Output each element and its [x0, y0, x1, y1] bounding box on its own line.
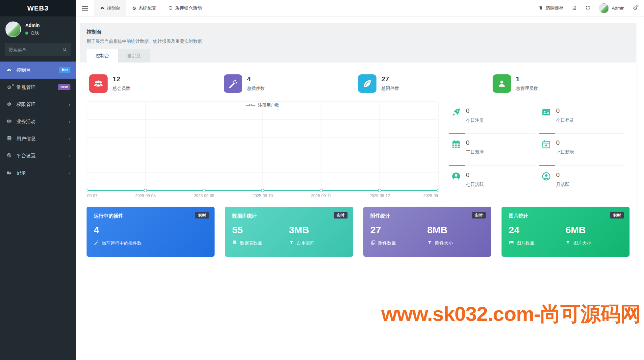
topbar: 控制台 ⚙ 系统配置 质押锁仓活动 清除缓存 A Admin ⚙⚙ [76, 0, 644, 16]
stat-value: 1 [516, 75, 538, 83]
hot-badge: hot [59, 67, 70, 73]
mini-stat-7day-new: 0 七日新增 [539, 135, 630, 166]
sidebar-item-label: 常规管理 [16, 84, 36, 90]
mini-stat-value: 0 [556, 107, 574, 115]
svg-text:2025-09-10: 2025-09-10 [252, 193, 273, 198]
card-title: 数据库统计 [232, 213, 346, 219]
magic-wand-icon [224, 74, 242, 93]
card-metric-label: 占用空间 [297, 240, 315, 246]
mini-stat-value: 0 [466, 139, 484, 146]
mini-stat-3day-new: 0 三日新增 [449, 135, 539, 166]
settings-button[interactable]: ⚙⚙ [633, 5, 637, 11]
card-value: 4 [94, 225, 151, 236]
topbar-tab-label: 控制台 [107, 5, 120, 11]
fullscreen-icon [585, 5, 590, 11]
panel-heading: 控制台 用于展示当前系统中的统计数据、统计报表及重要实时数据 控制台 自定义 [80, 23, 636, 63]
watermark: www.sk032.com-尚可源码网 [381, 300, 641, 328]
mini-stat-label: 三日新增 [466, 149, 484, 155]
svg-text:2025-09-11: 2025-09-11 [311, 193, 331, 198]
stat-total-plugins: 4 总插件数 [224, 74, 358, 93]
user-name: Admin [25, 23, 40, 28]
tab-dashboard[interactable]: 控制台 [87, 49, 118, 63]
page-title: 控制台 [87, 29, 630, 36]
database-icon [232, 240, 237, 246]
divider [449, 165, 535, 166]
new-badge: new [58, 84, 70, 90]
svg-text:09-07: 09-07 [87, 193, 97, 198]
topbar-right: 清除缓存 A Admin ⚙⚙ [538, 0, 644, 16]
main-panel: 控制台 用于展示当前系统中的统计数据、统计报表及重要实时数据 控制台 自定义 1… [80, 23, 636, 268]
sidebar-item-records[interactable]: 记录 ‹ [0, 164, 76, 181]
stat-value: 27 [381, 75, 399, 83]
legend-label: 注册用户数 [258, 102, 279, 108]
search-input[interactable] [5, 43, 71, 56]
stat-total-admins: 1 总管理员数 [493, 74, 627, 93]
realtime-badge: 实时 [334, 212, 348, 219]
fullscreen-button[interactable] [585, 5, 590, 11]
stat-label: 总会员数 [113, 86, 130, 91]
clear-cache-button[interactable]: 清除缓存 [538, 5, 563, 11]
users-icon [89, 74, 108, 93]
newspaper-icon [5, 118, 13, 124]
sidebar-toggle-button[interactable] [76, 0, 94, 16]
svg-text:2025-09-09: 2025-09-09 [194, 193, 214, 198]
line-chart: 09-072025-09-082025-09-092025-09-102025-… [87, 101, 439, 199]
sidebar-item-userinfo[interactable]: 用户信息 ‹ [0, 130, 76, 147]
sidebar: WEB3 Admin 在线 控制台 hot ⚙⚙ 常规管理 new [0, 0, 76, 360]
topbar-tab-label: 系统配置 [139, 5, 156, 11]
topbar-tab-dashboard[interactable]: 控制台 [94, 0, 126, 16]
filter-icon [289, 240, 294, 246]
tab-custom[interactable]: 自定义 [118, 49, 150, 63]
address-book-icon [5, 136, 13, 141]
sidebar-item-platform[interactable]: 平台设置 ‹ [0, 147, 76, 164]
chart-legend[interactable]: 注册用户数 [87, 102, 439, 108]
topbar-tab-label: 质押锁仓活动 [175, 5, 202, 11]
sidebar-item-label: 平台设置 [16, 153, 36, 159]
card-running-plugins: 运行中的插件 实时 4 当前运行中的插件数 [87, 207, 215, 257]
card-image-stats: 图片统计 实时 24 图片数量 6MB 图片大小 [502, 207, 630, 257]
mini-stat-7day-active: 0 七日活跃 [449, 167, 539, 198]
user-circle-outline-icon [541, 171, 551, 198]
topbar-tab-staking[interactable]: 质押锁仓活动 [162, 0, 208, 16]
card-title: 附件统计 [371, 213, 484, 219]
dashboard-icon [5, 67, 13, 73]
mini-stat-value: 0 [556, 171, 570, 179]
chevron-left-icon: ‹ [69, 136, 70, 141]
topbar-tab-sysconfig[interactable]: ⚙ 系统配置 [126, 0, 163, 16]
card-metric-label: 附件大小 [435, 240, 453, 246]
realtime-badge: 实时 [195, 212, 209, 219]
chevron-left-icon: ‹ [69, 119, 70, 124]
users-icon [5, 101, 13, 107]
card-title: 运行中的插件 [94, 213, 207, 219]
images-icon [509, 240, 514, 246]
sidebar-item-dashboard[interactable]: 控制台 hot [0, 62, 76, 79]
dashboard-icon [100, 6, 105, 11]
cogs-icon: ⚙⚙ [5, 84, 13, 90]
sidebar-item-permissions[interactable]: 权限管理 ‹ [0, 96, 76, 113]
admin-menu[interactable]: Admin [599, 3, 624, 13]
card-value: 27 [371, 225, 427, 236]
sidebar-item-business[interactable]: 业务活动 ‹ [0, 113, 76, 130]
chevron-left-icon: ‹ [69, 153, 70, 159]
summary-cards: 运行中的插件 实时 4 当前运行中的插件数 数据库统计 实时 55 [87, 207, 630, 257]
language-button[interactable]: A [572, 5, 577, 11]
mini-stat-month-active: 0 月活跃 [539, 167, 630, 198]
panel-body: 12 总会员数 4 总插件数 27 总附件数 [80, 63, 636, 268]
search-icon [62, 47, 67, 53]
online-status-icon [25, 32, 28, 35]
user-panel: Admin 在线 [0, 16, 76, 40]
user-icon [493, 74, 511, 93]
stat-label: 总管理员数 [516, 86, 538, 91]
chart-area-icon [5, 170, 13, 176]
sidebar-item-general[interactable]: ⚙⚙ 常规管理 new [0, 79, 76, 96]
svg-text:2025-09: 2025-09 [423, 193, 438, 198]
svg-text:A: A [574, 7, 575, 9]
mini-stat-label: 今日登录 [556, 117, 574, 123]
leaf-icon [358, 74, 376, 93]
mini-stat-label: 七日活跃 [466, 182, 484, 188]
avatar[interactable] [5, 21, 21, 37]
card-metric-label: 数据表数量 [240, 240, 262, 246]
stat-label: 总附件数 [381, 86, 399, 91]
card-value: 6MB [565, 225, 622, 236]
mini-stat-label: 今日注册 [466, 117, 484, 123]
